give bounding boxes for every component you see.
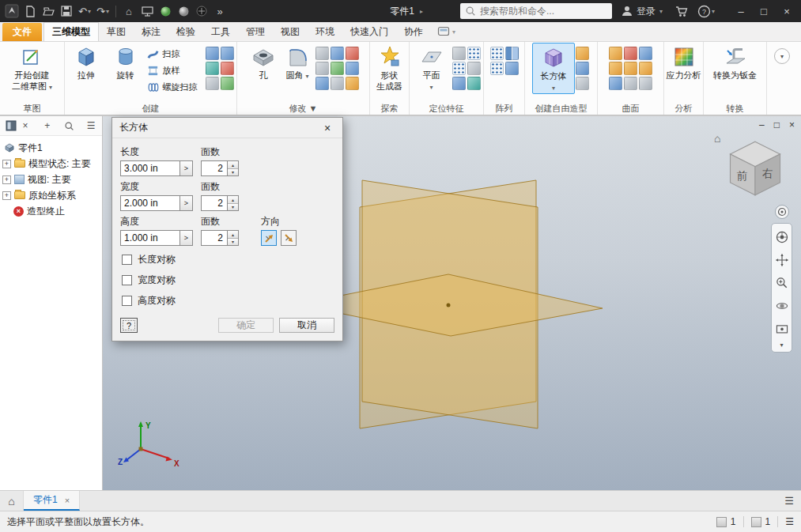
revolve-button[interactable]: 旋转 — [106, 43, 145, 80]
loft-button[interactable]: 放样 — [145, 62, 205, 79]
doc-restore-icon[interactable]: □ — [774, 119, 780, 130]
viewcube-home-icon[interactable]: ⌂ — [714, 132, 720, 145]
tab-inspect[interactable]: 检验 — [168, 22, 203, 41]
width-faces-value[interactable]: 2 — [201, 195, 228, 211]
navbar-caret-icon[interactable]: ▾ — [780, 341, 783, 349]
home-tab-button[interactable]: ⌂ — [0, 491, 24, 511]
undo-button[interactable]: ↶▾ — [76, 2, 93, 21]
dialog-close-button[interactable]: × — [319, 122, 335, 134]
tree-item-origin[interactable]: + 原始坐标系 — [0, 187, 102, 203]
expand-icon[interactable]: + — [2, 191, 11, 200]
full-navigation-wheel-button[interactable] — [775, 205, 789, 219]
store-button[interactable] — [673, 2, 690, 21]
freeform-sphere-icon[interactable] — [576, 77, 589, 90]
decal-icon[interactable] — [206, 62, 219, 75]
hole-button[interactable]: 孔 — [247, 43, 280, 80]
home-view-button[interactable]: ⌂ — [120, 2, 138, 21]
cancel-button[interactable]: 取消 — [279, 318, 334, 333]
window-minimize-button[interactable]: – — [730, 1, 752, 21]
tab-manage[interactable]: 管理 — [238, 22, 273, 41]
coil-button[interactable]: 螺旋扫掠 — [145, 79, 205, 96]
viewcube[interactable]: ⌂ 前 右 — [717, 135, 785, 206]
app-logo-icon[interactable] — [3, 2, 21, 21]
mirror-icon[interactable] — [505, 47, 519, 60]
zoom-button[interactable] — [773, 273, 791, 293]
thicken-icon[interactable] — [331, 77, 344, 90]
window-close-button[interactable]: × — [776, 1, 798, 21]
direction-negative-button[interactable] — [281, 230, 297, 246]
status-options-button[interactable]: ☰ — [785, 516, 794, 527]
work-extra2-icon[interactable] — [467, 77, 481, 90]
length-faces-value[interactable]: 2 — [201, 160, 228, 176]
spin-down-button[interactable]: ▾ — [228, 203, 238, 211]
pan-button[interactable] — [773, 250, 791, 270]
tab-file[interactable]: 文件 — [2, 23, 42, 41]
ribbon-options-button[interactable]: ▾ — [774, 48, 790, 64]
extrude-button[interactable]: 拉伸 — [66, 43, 106, 80]
spin-up-button[interactable]: ▴ — [228, 231, 238, 238]
tab-tools[interactable]: 工具 — [203, 22, 238, 41]
tab-list-button[interactable]: ☰ — [777, 491, 801, 511]
doc-close-icon[interactable]: × — [789, 119, 795, 130]
new-file-button[interactable] — [21, 2, 39, 21]
move-face-icon[interactable] — [346, 62, 359, 75]
shell-icon[interactable] — [315, 47, 329, 60]
doc-minimize-icon[interactable]: – — [759, 119, 765, 130]
height-input[interactable] — [120, 230, 180, 246]
length-flyout-button[interactable]: > — [180, 160, 193, 176]
height-faces-value[interactable]: 2 — [201, 230, 228, 246]
sculpt-icon[interactable] — [624, 62, 637, 75]
dialog-help-button[interactable]: ? — [120, 318, 138, 333]
freeform-cylinder-icon[interactable] — [576, 62, 589, 75]
combine-icon[interactable] — [331, 62, 344, 75]
convert-to-sheet-metal-button[interactable]: 转换为钣金 — [707, 43, 764, 80]
document-tab-part1[interactable]: 零件1 × — [24, 491, 80, 511]
tab-get-started[interactable]: 快速入门 — [342, 22, 396, 41]
rib-icon[interactable] — [221, 62, 234, 75]
appearance-button[interactable] — [175, 2, 192, 21]
browser-panel-icon[interactable] — [4, 119, 18, 133]
tab-collaborate[interactable]: 协作 — [396, 22, 431, 41]
tree-root-part[interactable]: 零件1 — [0, 140, 102, 156]
derive-icon[interactable] — [206, 77, 219, 90]
tab-close-icon[interactable]: × — [65, 496, 70, 505]
extend-icon[interactable] — [624, 47, 637, 60]
width-input[interactable] — [120, 195, 180, 211]
thread-icon[interactable] — [315, 77, 329, 90]
replace-face-icon[interactable] — [624, 77, 637, 90]
view-face-button[interactable] — [138, 2, 156, 21]
unwrap-icon[interactable] — [221, 77, 234, 90]
spin-down-button[interactable]: ▾ — [228, 238, 238, 246]
tab-sketch[interactable]: 草图 — [99, 22, 134, 41]
more-tools-button[interactable]: » — [211, 2, 229, 21]
direction-positive-button[interactable] — [261, 230, 277, 246]
width-flyout-button[interactable]: > — [180, 195, 193, 211]
axis-icon[interactable] — [452, 47, 466, 60]
spin-up-button[interactable]: ▴ — [228, 196, 238, 203]
expand-icon[interactable]: + — [2, 175, 11, 184]
tree-item-view[interactable]: + 视图: 主要 — [0, 172, 102, 187]
save-button[interactable] — [58, 2, 75, 21]
tab-3d-model[interactable]: 三维模型 — [43, 22, 99, 41]
plane-button[interactable]: 平面 ▾ — [412, 43, 452, 92]
sweep-button[interactable]: 扫掠 — [145, 46, 205, 62]
sketch-driven-pattern-icon[interactable] — [505, 62, 519, 75]
help-button[interactable]: ? ▾ — [697, 2, 715, 21]
length-input[interactable] — [120, 160, 180, 176]
rectangular-pattern-icon[interactable] — [490, 47, 504, 60]
login-button[interactable]: 登录 ▾ — [621, 5, 663, 18]
length-symmetry-checkbox[interactable] — [122, 255, 132, 265]
material-button[interactable] — [157, 2, 174, 21]
repair-icon[interactable] — [639, 62, 652, 75]
open-button[interactable] — [40, 2, 57, 21]
shape-generator-button[interactable]: 形状 生成器 — [372, 43, 407, 91]
split-icon[interactable] — [331, 47, 344, 60]
origin-point[interactable] — [447, 304, 451, 308]
trim-icon[interactable] — [609, 77, 622, 90]
height-flyout-button[interactable]: > — [180, 230, 193, 246]
look-at-button[interactable] — [773, 319, 791, 339]
tab-annotate[interactable]: 标注 — [134, 22, 168, 41]
patch-icon[interactable] — [609, 62, 622, 75]
ucs-icon[interactable] — [452, 77, 466, 90]
stitch-icon[interactable] — [609, 47, 622, 60]
